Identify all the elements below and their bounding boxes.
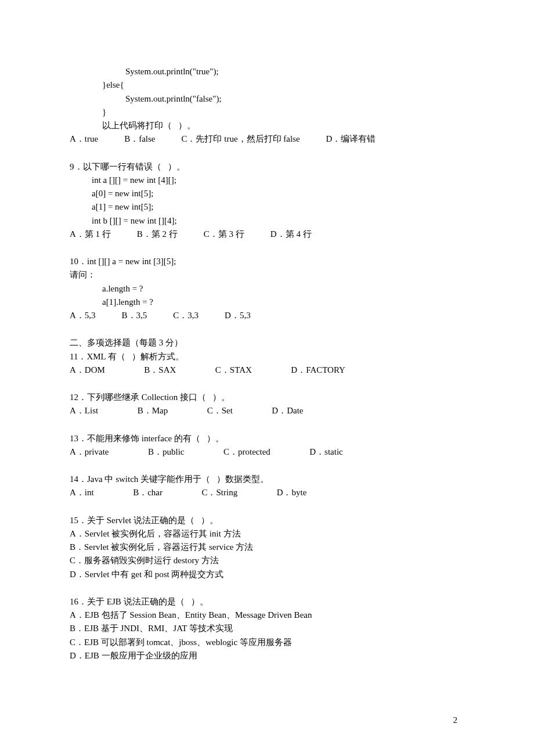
section-2-header: 二、多项选择题（每题 3 分）: [70, 336, 464, 350]
question-stem: 16．关于 EJB 说法正确的是（ ）。: [70, 595, 464, 609]
code-line: System.out.println("false");: [70, 92, 464, 106]
code-line: System.out.println("true");: [70, 65, 464, 78]
question-12-options: A．List B．Map C．Set D．Date: [70, 404, 464, 417]
options: A．true B．false C．先打印 true，然后打印 false D．编…: [70, 132, 464, 146]
question-10: 10．int [][] a = new int [3][5]; 请问： a.le…: [70, 255, 464, 322]
question-12-stem: 12．下列哪些继承 Collection 接口（ ）。: [70, 391, 464, 404]
code-line: int a [][] = new int [4][];: [70, 174, 464, 187]
question-11-stem: 11．XML 有（ ）解析方式。: [70, 350, 464, 363]
option-a: A．Servlet 被实例化后，容器运行其 init 方法: [70, 527, 464, 541]
page: System.out.println("true"); }else{ Syste…: [0, 0, 534, 756]
options: A．第 1 行 B．第 2 行 C．第 3 行 D．第 4 行: [70, 228, 464, 241]
question-8-fragment: System.out.println("true"); }else{ Syste…: [70, 65, 464, 146]
question-9: 9．以下哪一行有错误（ ）。 int a [][] = new int [4][…: [70, 160, 464, 242]
option-d: D．Servlet 中有 get 和 post 两种提交方式: [70, 568, 464, 581]
page-number: 2: [453, 714, 458, 727]
code-line: a[1].length = ?: [70, 296, 464, 309]
question-stem: 9．以下哪一行有错误（ ）。: [70, 160, 464, 174]
option-c: C．服务器销毁实例时运行 destory 方法: [70, 554, 464, 567]
option-c: C．EJB 可以部署到 tomcat、jboss、weblogic 等应用服务器: [70, 636, 464, 649]
option-b: B．EJB 基于 JNDI、RMI、JAT 等技术实现: [70, 622, 464, 635]
question-14-options: A．int B．char C．String D．byte: [70, 486, 464, 499]
question-13-options: A．private B．public C．protected D．static: [70, 445, 464, 459]
options: A．5,3 B．3,5 C．3,3 D．5,3: [70, 309, 464, 322]
question-15: 15．关于 Servlet 说法正确的是（ ）。 A．Servlet 被实例化后…: [70, 514, 464, 581]
code-line: int b [][] = new int [][4];: [70, 214, 464, 228]
code-line: }else{: [70, 78, 464, 92]
option-d: D．EJB 一般应用于企业级的应用: [70, 649, 464, 663]
option-b: B．Servlet 被实例化后，容器运行其 service 方法: [70, 541, 464, 554]
code-line: a[1] = new int[5];: [70, 200, 464, 214]
question-16: 16．关于 EJB 说法正确的是（ ）。 A．EJB 包括了 Session B…: [70, 595, 464, 663]
question-stem: 15．关于 Servlet 说法正确的是（ ）。: [70, 514, 464, 527]
question-13-stem: 13．不能用来修饰 interface 的有（ ）。: [70, 432, 464, 445]
option-a: A．EJB 包括了 Session Bean、Entity Bean、Messa…: [70, 609, 464, 622]
question-14-stem: 14．Java 中 switch 关键字能作用于（ ）数据类型。: [70, 473, 464, 486]
code-line: }: [70, 106, 464, 119]
question-stem: 10．int [][] a = new int [3][5];: [70, 255, 464, 268]
code-line: a[0] = new int[5];: [70, 187, 464, 200]
question-ask: 请问：: [70, 268, 464, 282]
question-tail: 以上代码将打印（ ）。: [70, 119, 464, 132]
question-11-options: A．DOM B．SAX C．STAX D．FACTORY: [70, 363, 464, 377]
code-line: a.length = ?: [70, 282, 464, 296]
